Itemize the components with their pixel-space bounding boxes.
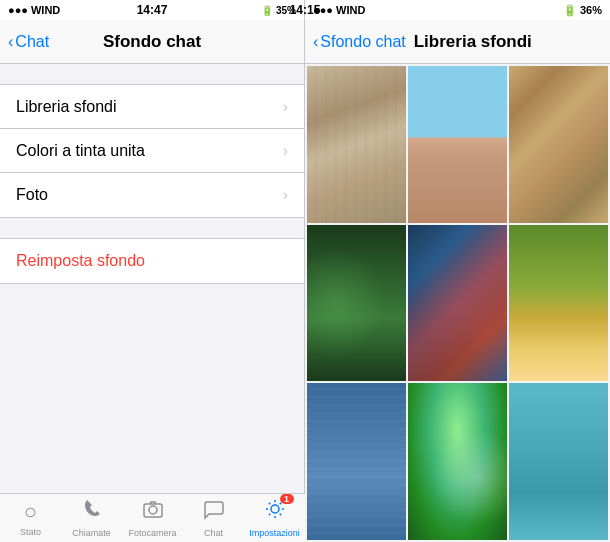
tab-impostazioni[interactable]: 1 Impostazioni [244, 494, 305, 542]
wallpaper-water[interactable] [307, 383, 406, 540]
chevron-right-icon-3: › [283, 186, 288, 204]
right-battery-label: 36% [580, 4, 602, 16]
wallpaper-grid [305, 64, 610, 542]
stato-label: Stato [20, 527, 41, 537]
right-carrier: ●●● WIND [313, 4, 365, 16]
fotocamera-label: Fotocamera [128, 528, 176, 538]
chevron-right-icon-2: › [283, 142, 288, 160]
right-nav-title: Libreria sfondi [414, 32, 532, 52]
battery-icon: 🔋 [261, 5, 273, 16]
chiamate-label: Chiamate [72, 528, 111, 538]
back-label: Chat [15, 33, 49, 51]
carrier-label: WIND [31, 4, 60, 16]
wallpaper-wood-diagonal[interactable] [509, 66, 608, 223]
tab-fotocamera[interactable]: Fotocamera [122, 494, 183, 542]
wallpaper-wheat[interactable] [509, 225, 608, 382]
badge-count: 1 [280, 494, 294, 504]
left-time: 14:47 [137, 3, 168, 17]
libreria-label: Libreria sfondi [16, 98, 117, 116]
left-nav-bar: ‹ Chat Sfondo chat [0, 20, 304, 64]
menu-item-colori[interactable]: Colori a tinta unita › [0, 129, 304, 173]
right-battery: 🔋 36% [563, 4, 602, 17]
bottom-tab-bar: ○ Stato Chiamate Fotocamera [0, 493, 305, 542]
tab-chat[interactable]: Chat [183, 494, 244, 542]
wallpaper-grass[interactable] [307, 225, 406, 382]
right-carrier-label: WIND [336, 4, 365, 16]
right-battery-icon: 🔋 [563, 4, 577, 16]
tab-stato[interactable]: ○ Stato [0, 494, 61, 542]
right-nav-bar: ‹ Sfondo chat Libreria sfondi [305, 20, 610, 64]
back-button[interactable]: ‹ Chat [8, 33, 49, 51]
menu-item-foto[interactable]: Foto › [0, 173, 304, 217]
stato-icon: ○ [24, 499, 37, 525]
fotocamera-icon [142, 498, 164, 526]
wallpaper-beach[interactable] [408, 66, 507, 223]
right-panel: ●●● WIND 14:15 🔋 36% ‹ Sfondo chat Libre… [305, 0, 610, 542]
reset-label: Reimposta sfondo [16, 252, 145, 270]
menu-item-libreria[interactable]: Libreria sfondi › [0, 85, 304, 129]
tab-chiamate[interactable]: Chiamate [61, 494, 122, 542]
wallpaper-wood-light[interactable] [307, 66, 406, 223]
wallpaper-bokeh-green[interactable] [408, 383, 507, 540]
right-chevron-left-icon: ‹ [313, 33, 318, 51]
impostazioni-label: Impostazioni [249, 528, 300, 538]
svg-point-2 [271, 505, 279, 513]
left-nav-title: Sfondo chat [103, 32, 201, 52]
wallpaper-teal[interactable] [509, 383, 608, 540]
svg-point-1 [149, 506, 157, 514]
right-status-bar: ●●● WIND 14:15 🔋 36% [305, 0, 610, 20]
left-panel: ●●● WIND 14:47 🔋 35% ‹ Chat Sfondo chat … [0, 0, 305, 542]
reset-button[interactable]: Reimposta sfondo [0, 239, 304, 283]
colori-label: Colori a tinta unita [16, 142, 145, 160]
left-carrier: ●●● WIND [8, 4, 60, 16]
chevron-right-icon: › [283, 98, 288, 116]
chat-icon [203, 498, 225, 526]
right-time: 14:15 [290, 3, 321, 17]
chat-label: Chat [204, 528, 223, 538]
menu-section: Libreria sfondi › Colori a tinta unita ›… [0, 84, 304, 218]
signal-icon: ●●● [8, 4, 28, 16]
reset-section: Reimposta sfondo [0, 238, 304, 284]
wallpaper-geometric[interactable] [408, 225, 507, 382]
right-back-button[interactable]: ‹ Sfondo chat [313, 33, 406, 51]
left-status-bar: ●●● WIND 14:47 🔋 35% [0, 0, 304, 20]
chevron-left-icon: ‹ [8, 33, 13, 51]
foto-label: Foto [16, 186, 48, 204]
impostazioni-icon: 1 [264, 498, 286, 526]
chiamate-icon [81, 498, 103, 526]
right-back-label: Sfondo chat [320, 33, 405, 51]
